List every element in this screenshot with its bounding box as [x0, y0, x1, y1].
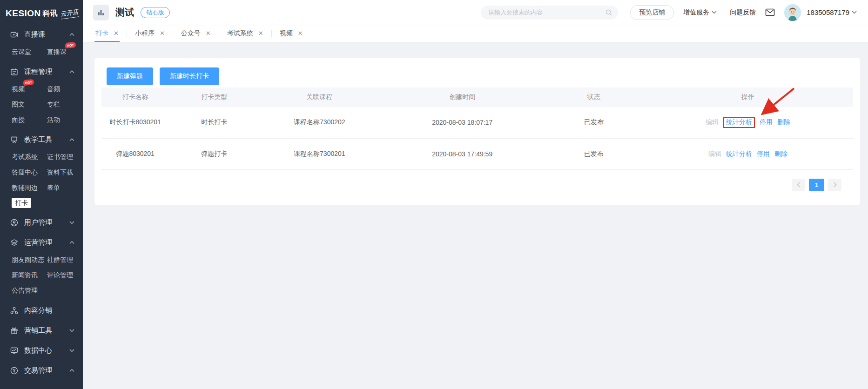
- close-icon[interactable]: ✕: [160, 30, 165, 37]
- close-icon[interactable]: ✕: [114, 30, 119, 37]
- edit-link[interactable]: 编辑: [706, 118, 719, 127]
- sidebar-section-head[interactable]: 教学工具: [0, 132, 83, 148]
- sidebar-item[interactable]: 公告管理: [12, 283, 40, 298]
- sidebar-item[interactable]: 表单: [47, 180, 63, 195]
- delete-link[interactable]: 删除: [777, 118, 790, 127]
- sidebar-section-head[interactable]: 直播课: [0, 27, 83, 42]
- logo-cn-text: 科讯: [43, 9, 58, 19]
- sidebar-section: 课程管理视频HOT音频图文专栏面授活动: [0, 64, 83, 127]
- new-duration-checkin-button[interactable]: 新建时长打卡: [160, 67, 219, 85]
- search-input[interactable]: [488, 9, 605, 16]
- chevron-left-icon[interactable]: [792, 179, 805, 191]
- sidebar-section-head[interactable]: 交易管理: [0, 362, 83, 378]
- sidebar-section-label: 营销工具: [24, 326, 52, 335]
- tab-5[interactable]: 视频✕: [279, 25, 304, 42]
- sidebar-item[interactable]: 直播课HOT: [47, 44, 69, 60]
- cell-status: 已发布: [545, 107, 643, 138]
- sidebar-section-head[interactable]: 内容分销: [0, 302, 83, 318]
- column-header: 操作: [643, 87, 853, 107]
- tab-divider: [271, 30, 272, 37]
- sidebar-section-head[interactable]: 用户管理: [0, 215, 83, 230]
- bar-chart-icon[interactable]: [93, 5, 109, 20]
- sidebar-item[interactable]: 教辅周边: [12, 180, 40, 195]
- main-area: 新建弹题 新建时长打卡 打卡名称打卡类型关联课程创建时间状态操作 时长打卡803…: [83, 42, 868, 389]
- sidebar-item[interactable]: 图文: [12, 97, 27, 112]
- preview-store-button[interactable]: 预览店铺: [630, 5, 674, 20]
- chevron-down-icon: [712, 11, 717, 14]
- envelope-icon[interactable]: [765, 8, 775, 16]
- sidebar-item[interactable]: 朋友圈动态: [12, 252, 47, 268]
- column-header: 打卡名称: [101, 87, 169, 107]
- sidebar-section: 内容分销: [0, 302, 83, 318]
- hot-badge: HOT: [65, 42, 76, 48]
- sidebar-item[interactable]: 音频: [47, 81, 63, 97]
- sidebar-subitems: 云课堂直播课HOT: [0, 44, 83, 60]
- sidebar-item[interactable]: 面授: [12, 112, 27, 127]
- avatar[interactable]: [784, 4, 801, 21]
- sidebar-section-head[interactable]: 数据中心: [0, 342, 83, 358]
- edit-link[interactable]: 编辑: [708, 150, 721, 158]
- sidebar-item[interactable]: 活动: [47, 112, 63, 127]
- tab-4[interactable]: 考试系统✕: [226, 25, 264, 42]
- live-icon: [10, 31, 18, 39]
- search-icon[interactable]: [605, 9, 612, 16]
- value-services-menu[interactable]: 增值服务: [683, 8, 717, 17]
- gift-icon: [10, 327, 18, 335]
- value-services-label: 增值服务: [683, 8, 709, 17]
- operate-icon: [10, 239, 18, 247]
- account-phone: 18350587179: [807, 8, 849, 16]
- sidebar-section-head[interactable]: 营销工具: [0, 322, 83, 338]
- sidebar-item[interactable]: 答疑中心: [12, 165, 40, 180]
- hot-badge: HOT: [23, 79, 34, 86]
- close-icon[interactable]: ✕: [298, 30, 303, 37]
- chevron-right-icon[interactable]: [828, 179, 841, 191]
- stats-analysis-link[interactable]: 统计分析: [726, 150, 752, 158]
- disable-link[interactable]: 停用: [760, 118, 773, 127]
- sidebar-section-label: 数据中心: [24, 346, 52, 355]
- cell-course: 课程名称7300201: [259, 138, 379, 169]
- sidebar-item[interactable]: 资料下载: [47, 165, 76, 180]
- sidebar-section-label: 交易管理: [24, 366, 52, 375]
- share-icon: [10, 307, 18, 315]
- stats-analysis-link[interactable]: 统计分析: [723, 117, 755, 128]
- sidebar-item[interactable]: 考试系统: [12, 149, 40, 165]
- sidebar-item[interactable]: 证书管理: [47, 149, 76, 165]
- tab-2[interactable]: 小程序✕: [134, 25, 166, 42]
- chevron-up-icon: [69, 138, 74, 141]
- column-header: 关联课程: [259, 87, 379, 107]
- sidebar-item[interactable]: 社群管理: [47, 252, 76, 268]
- sidebar-item[interactable]: 新闻资讯: [12, 268, 40, 283]
- close-icon[interactable]: ✕: [258, 30, 263, 37]
- feedback-link[interactable]: 问题反馈: [730, 8, 756, 17]
- delete-link[interactable]: 删除: [774, 150, 787, 158]
- chevron-up-icon: [69, 33, 74, 36]
- sidebar-section-head[interactable]: 课程管理: [0, 64, 83, 80]
- tab-1[interactable]: 打卡✕: [94, 25, 120, 42]
- sidebar-subitems: 考试系统证书管理答疑中心资料下载教辅周边表单打卡: [0, 149, 83, 210]
- sidebar-section: 营销工具: [0, 322, 83, 338]
- sidebar-section-label: 直播课: [24, 30, 45, 39]
- sidebar-item[interactable]: 专栏: [47, 97, 63, 112]
- sidebar-section-label: 课程管理: [24, 67, 52, 76]
- brand-logo[interactable]: KESION 科讯 云开店: [0, 0, 83, 22]
- sidebar-item[interactable]: 评论管理: [47, 268, 76, 283]
- tab-3[interactable]: 公众号✕: [180, 25, 212, 42]
- app-root: KESION 科讯 云开店 直播课云课堂直播课HOT课程管理视频HOT音频图文专…: [0, 0, 868, 389]
- sidebar-section-label: 运营管理: [24, 238, 52, 247]
- table-row: 弹题8030201弹题打卡课程名称73002012020-08-03 17:49…: [101, 138, 853, 169]
- tab-label: 小程序: [135, 29, 155, 38]
- sidebar-section-head[interactable]: 运营管理: [0, 235, 83, 250]
- sidebar-section: 运营管理朋友圈动态社群管理新闻资讯评论管理公告管理: [0, 235, 83, 298]
- sidebar-section: 数据中心: [0, 342, 83, 358]
- page-number-button[interactable]: 1: [809, 179, 824, 191]
- sidebar-item[interactable]: 打卡: [12, 198, 31, 208]
- new-popup-quiz-button[interactable]: 新建弹题: [107, 67, 153, 85]
- sidebar-item[interactable]: 视频HOT: [12, 81, 27, 97]
- cell-name: 弹题8030201: [101, 138, 169, 169]
- account-menu[interactable]: 18350587179: [807, 8, 857, 16]
- cell-type: 时长打卡: [169, 107, 259, 138]
- global-search[interactable]: [481, 6, 618, 20]
- disable-link[interactable]: 停用: [757, 150, 770, 158]
- sidebar-item[interactable]: 云课堂: [12, 44, 34, 60]
- close-icon[interactable]: ✕: [206, 30, 211, 37]
